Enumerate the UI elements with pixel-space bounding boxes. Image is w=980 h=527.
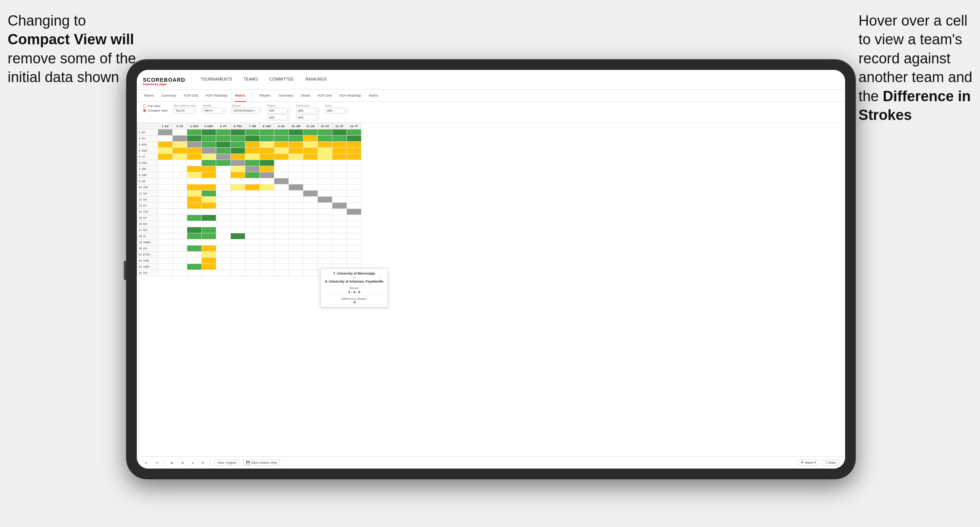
matrix-cell[interactable] <box>303 129 318 136</box>
matrix-cell[interactable] <box>245 129 260 136</box>
matrix-cell[interactable] <box>289 154 303 160</box>
matrix-cell[interactable] <box>347 184 361 191</box>
matrix-cell[interactable] <box>303 160 318 166</box>
matrix-cell[interactable] <box>303 264 318 270</box>
matrix-cell[interactable] <box>216 184 231 191</box>
matrix-cell[interactable] <box>274 148 289 154</box>
undo-button[interactable]: ↩ <box>143 460 150 466</box>
matrix-cell[interactable] <box>245 252 260 258</box>
matrix-cell[interactable] <box>202 215 216 221</box>
matrix-cell[interactable] <box>187 215 202 221</box>
matrix-cell[interactable] <box>318 227 332 233</box>
matrix-cell[interactable] <box>216 209 231 215</box>
matrix-cell[interactable] <box>318 239 332 246</box>
matrix-cell[interactable] <box>158 221 173 227</box>
matrix-cell[interactable] <box>332 227 347 233</box>
compact-view-radio[interactable] <box>143 109 146 112</box>
matrix-cell[interactable] <box>260 154 274 160</box>
region-select[interactable]: N/A <box>267 108 290 113</box>
matrix-cell[interactable] <box>216 142 231 148</box>
matrix-cell[interactable] <box>303 154 318 160</box>
matrix-cell[interactable] <box>289 203 303 209</box>
matrix-cell[interactable] <box>245 166 260 172</box>
matrix-container[interactable]: 1. AU 2. VU 3. ASU 4. UNC 5. UT 6. FSU 7… <box>137 123 845 456</box>
matrix-cell[interactable] <box>245 233 260 239</box>
matrix-cell[interactable] <box>187 258 202 264</box>
matrix-cell[interactable] <box>347 172 361 178</box>
matrix-cell[interactable] <box>216 197 231 203</box>
matrix-cell[interactable] <box>187 129 202 136</box>
matrix-cell[interactable] <box>245 142 260 148</box>
matrix-cell[interactable] <box>231 184 245 191</box>
matrix-cell[interactable] <box>173 209 187 215</box>
matrix-cell[interactable] <box>318 142 332 148</box>
matrix-cell[interactable] <box>347 148 361 154</box>
matrix-cell[interactable] <box>187 136 202 142</box>
matrix-cell[interactable] <box>187 154 202 160</box>
matrix-cell[interactable] <box>274 221 289 227</box>
matrix-cell[interactable] <box>274 258 289 264</box>
matrix-cell[interactable] <box>173 136 187 142</box>
matrix-cell[interactable] <box>158 197 173 203</box>
matrix-cell[interactable] <box>303 166 318 172</box>
nav-rankings[interactable]: RANKINGS <box>305 77 327 85</box>
matrix-cell[interactable] <box>274 191 289 197</box>
matrix-cell[interactable] <box>231 252 245 258</box>
matrix-cell[interactable] <box>289 142 303 148</box>
matrix-cell[interactable] <box>202 246 216 252</box>
matrix-cell[interactable] <box>216 172 231 178</box>
matrix-cell[interactable] <box>347 246 361 252</box>
matrix-cell[interactable] <box>216 227 231 233</box>
matrix-cell[interactable] <box>332 239 347 246</box>
matrix-cell[interactable] <box>245 136 260 142</box>
matrix-cell[interactable] <box>202 209 216 215</box>
matrix-cell[interactable] <box>332 246 347 252</box>
save-custom-view-button[interactable]: 💾 Save Custom View <box>243 460 280 466</box>
matrix-cell[interactable] <box>202 136 216 142</box>
matrix-cell[interactable] <box>202 148 216 154</box>
matrix-cell[interactable] <box>318 172 332 178</box>
subnav-h2h-heatmap[interactable]: H2H Heatmap <box>205 90 228 102</box>
matrix-cell[interactable] <box>289 197 303 203</box>
matrix-cell[interactable] <box>173 166 187 172</box>
matrix-cell[interactable] <box>158 154 173 160</box>
matrix-cell[interactable] <box>289 160 303 166</box>
matrix-cell[interactable] <box>289 233 303 239</box>
matrix-cell[interactable] <box>187 197 202 203</box>
matrix-cell[interactable] <box>202 178 216 184</box>
matrix-cell[interactable] <box>173 154 187 160</box>
matrix-cell[interactable] <box>332 191 347 197</box>
matrix-cell[interactable] <box>158 215 173 221</box>
full-view-option[interactable]: Full View <box>143 104 167 108</box>
matrix-cell[interactable] <box>245 239 260 246</box>
matrix-cell[interactable] <box>274 246 289 252</box>
matrix-cell[interactable] <box>202 197 216 203</box>
matrix-cell[interactable] <box>231 209 245 215</box>
region-select2[interactable]: (All) <box>267 115 290 120</box>
matrix-cell[interactable] <box>173 172 187 178</box>
matrix-cell[interactable] <box>274 154 289 160</box>
matrix-cell[interactable] <box>318 221 332 227</box>
matrix-cell[interactable] <box>173 160 187 166</box>
matrix-cell[interactable] <box>202 166 216 172</box>
matrix-cell[interactable] <box>202 142 216 148</box>
matrix-cell[interactable] <box>274 136 289 142</box>
matrix-cell[interactable] <box>289 246 303 252</box>
matrix-cell[interactable] <box>274 197 289 203</box>
matrix-cell[interactable] <box>202 129 216 136</box>
matrix-cell[interactable] <box>173 203 187 209</box>
matrix-cell[interactable] <box>245 172 260 178</box>
matrix-cell[interactable] <box>260 129 274 136</box>
matrix-cell[interactable] <box>260 258 274 264</box>
matrix-cell[interactable] <box>318 148 332 154</box>
matrix-cell[interactable] <box>158 209 173 215</box>
compact-view-option[interactable]: Compact View <box>143 109 167 112</box>
matrix-cell[interactable] <box>347 252 361 258</box>
matrix-cell[interactable] <box>274 160 289 166</box>
matrix-cell[interactable] <box>245 184 260 191</box>
matrix-cell[interactable] <box>216 203 231 209</box>
matrix-cell[interactable] <box>303 184 318 191</box>
matrix-cell[interactable] <box>173 148 187 154</box>
matrix-cell[interactable] <box>303 197 318 203</box>
matrix-cell[interactable] <box>216 252 231 258</box>
